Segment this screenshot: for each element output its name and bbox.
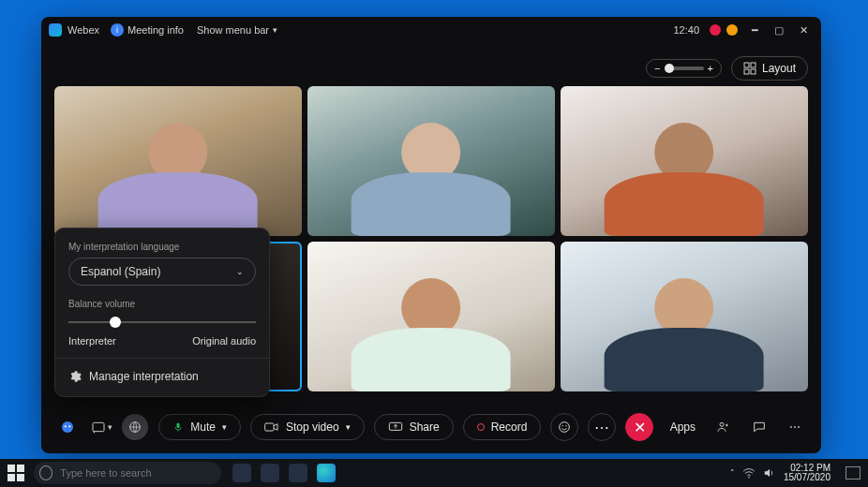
svg-point-12 [560, 422, 570, 433]
zoom-slider-track[interactable] [665, 66, 704, 70]
participant-tile-5[interactable] [307, 242, 555, 391]
show-menu-bar-label: Show menu bar [197, 24, 269, 36]
ellipsis-icon: ⋯ [789, 421, 801, 434]
captions-button[interactable]: ▾ [88, 414, 114, 440]
record-button[interactable]: Record [463, 414, 542, 440]
svg-rect-3 [751, 69, 756, 74]
balance-left-label: Interpreter [68, 335, 116, 347]
chevron-down-icon: ▾ [273, 25, 277, 35]
interpretation-language-select[interactable]: Espanol (Spain) ⌄ [68, 258, 256, 286]
svg-point-16 [748, 477, 750, 479]
participant-avatar [345, 269, 518, 391]
layout-button[interactable]: Layout [731, 56, 808, 81]
layout-label: Layout [762, 62, 796, 75]
svg-rect-9 [177, 423, 180, 429]
window-close-button[interactable]: ✕ [793, 24, 814, 37]
slider-track [68, 321, 256, 323]
app-title: Webex [67, 24, 99, 36]
participant-tile-3[interactable] [561, 86, 808, 236]
share-label: Share [410, 421, 440, 434]
interpretation-language-value: Espanol (Spain) [81, 265, 160, 278]
record-label: Record [491, 421, 528, 434]
window-minimize-button[interactable]: ━ [744, 24, 765, 37]
participant-avatar [598, 113, 771, 236]
tray-expand-icon[interactable]: ˄ [730, 468, 735, 478]
ellipsis-icon: ⋯ [594, 419, 609, 436]
volume-icon[interactable] [763, 467, 776, 479]
svg-point-15 [720, 422, 724, 426]
edge-browser-icon[interactable] [317, 464, 336, 482]
controls-center: Mute ▾ Stop video ▾ Share Record [156, 413, 657, 441]
file-explorer-icon[interactable] [261, 464, 279, 482]
mute-button[interactable]: Mute ▾ [158, 414, 241, 440]
assistant-icon[interactable] [54, 414, 81, 440]
meeting-clock: 12:40 [673, 24, 699, 36]
zoom-control[interactable]: − + [646, 59, 722, 78]
task-view-icon[interactable] [232, 464, 251, 482]
zoom-slider-knob[interactable] [665, 64, 674, 73]
gear-icon [68, 370, 82, 383]
camera-icon [264, 421, 279, 433]
participant-tile-2[interactable] [307, 86, 555, 236]
system-tray: ˄ 02:12 PM 15/07/2020 [730, 464, 861, 483]
info-icon[interactable]: i [111, 23, 124, 37]
search-input[interactable] [60, 467, 210, 479]
more-options-button[interactable]: ⋯ [588, 413, 616, 441]
svg-rect-0 [744, 63, 749, 67]
end-call-button[interactable]: ✕ [625, 413, 653, 441]
chevron-down-icon[interactable]: ▾ [346, 422, 351, 432]
action-center-icon[interactable] [846, 466, 861, 480]
taskbar-search[interactable] [34, 462, 221, 484]
participant-tile-1[interactable] [54, 86, 302, 236]
record-icon [477, 423, 485, 431]
titlebar: Webex i Meeting info Show menu bar ▾ 12:… [41, 17, 821, 43]
chat-button[interactable] [746, 414, 772, 440]
recording-indicator-icon [710, 24, 721, 36]
reactions-button[interactable] [550, 413, 578, 441]
chevron-down-icon[interactable]: ▾ [222, 422, 227, 432]
svg-point-4 [62, 421, 73, 433]
taskbar-date: 15/07/2020 [784, 473, 831, 483]
meeting-info-button[interactable]: Meeting info [127, 24, 184, 36]
balance-endpoints: Interpreter Original audio [68, 335, 256, 347]
window-maximize-button[interactable]: ▢ [769, 24, 789, 37]
mute-label: Mute [190, 421, 216, 434]
show-menu-bar-button[interactable]: Show menu bar ▾ [197, 24, 277, 36]
participant-avatar [598, 269, 771, 391]
wifi-icon[interactable] [742, 467, 756, 479]
webex-taskbar-icon[interactable] [289, 464, 307, 482]
apps-button[interactable]: Apps [665, 417, 701, 437]
microphone-icon [172, 421, 184, 434]
svg-rect-1 [751, 63, 756, 67]
manage-interpretation-button[interactable]: Manage interpretation [68, 366, 256, 387]
svg-point-14 [566, 425, 567, 426]
taskbar-clock[interactable]: 02:12 PM 15/07/2020 [784, 464, 831, 483]
panel-options-button[interactable]: ⋯ [782, 414, 808, 440]
balance-right-label: Original audio [192, 335, 256, 347]
svg-point-13 [562, 425, 563, 426]
zoom-out-icon[interactable]: − [654, 63, 660, 74]
start-button[interactable] [7, 465, 24, 481]
stop-video-button[interactable]: Stop video ▾ [250, 414, 365, 440]
zoom-in-icon[interactable]: + [708, 63, 713, 74]
chevron-down-icon: ▾ [108, 422, 112, 432]
share-button[interactable]: Share [374, 414, 454, 440]
slider-knob[interactable] [110, 317, 121, 328]
interpretation-language-label: My interpretation language [68, 242, 256, 252]
webex-logo-icon [49, 23, 62, 37]
layout-grid-icon [743, 62, 756, 75]
manage-interpretation-label: Manage interpretation [89, 370, 199, 383]
svg-point-6 [68, 425, 70, 427]
participant-tile-6[interactable] [561, 242, 808, 391]
participant-avatar [345, 113, 518, 236]
balance-volume-slider[interactable] [68, 315, 256, 330]
top-right-controls: − + Layout [646, 56, 808, 81]
status-indicator-icon [726, 24, 738, 36]
share-screen-icon [388, 421, 403, 433]
close-icon: ✕ [634, 419, 646, 436]
svg-rect-7 [93, 422, 104, 431]
interpretation-button[interactable] [122, 414, 148, 440]
meeting-controls: ▾ Mute ▾ Stop video ▾ [41, 401, 821, 453]
svg-rect-2 [744, 69, 749, 74]
participants-button[interactable] [711, 414, 737, 440]
